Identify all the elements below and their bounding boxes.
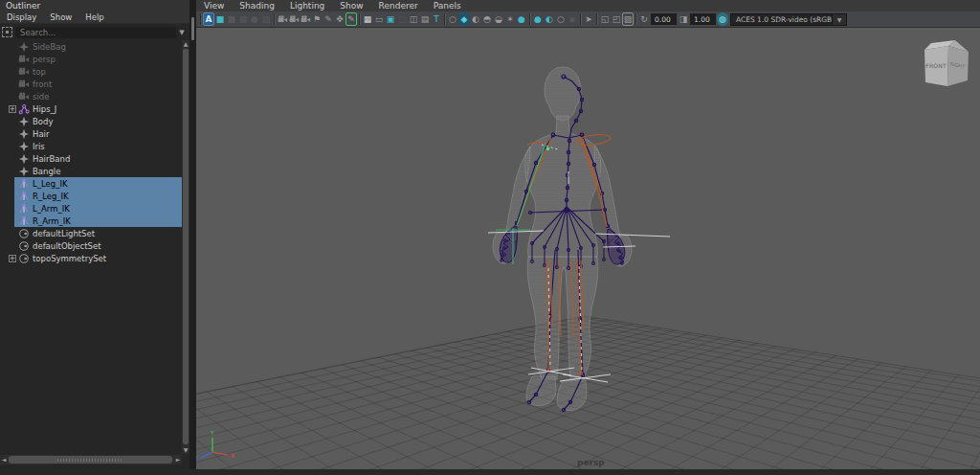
outliner-item-Hips_J[interactable]: +Hips_J	[0, 102, 182, 115]
item-label: Hips_J	[33, 104, 56, 114]
expand-icon[interactable]: +	[9, 105, 16, 113]
viewport-menu-shading[interactable]: Shading	[232, 1, 282, 11]
shadows-icon[interactable]: ●	[516, 12, 527, 26]
outliner-item-Hair[interactable]: Hair	[0, 127, 182, 140]
item-label: Body	[33, 117, 53, 126]
item-label: HairBand	[33, 154, 70, 164]
exposure-reset-icon[interactable]: ↻	[638, 12, 650, 26]
xray-joints-icon[interactable]: ◰	[611, 12, 622, 26]
outliner-horizontal-scrollbar[interactable]: ◄ ►	[0, 455, 182, 464]
outliner-menu-help[interactable]: Help	[78, 12, 110, 22]
soft-select-icon[interactable]: ●	[249, 12, 260, 26]
bookmark-camera-icon[interactable]	[300, 12, 311, 26]
outliner-item-SideBag[interactable]: SideBag	[0, 40, 182, 53]
outliner-item-front[interactable]: front	[0, 78, 182, 90]
grease-pencil-icon[interactable]: ✎	[345, 12, 357, 26]
motion-blur-icon[interactable]: ◐	[544, 12, 555, 26]
outliner-item-Iris[interactable]: Iris	[0, 140, 182, 152]
view-cube[interactable]: FRONT RIGHT	[924, 40, 969, 86]
toolbar-separator	[444, 13, 446, 25]
scroll-down-icon[interactable]: ▼	[182, 446, 189, 454]
expand-icon[interactable]: +	[9, 255, 16, 262]
outliner-menu-show[interactable]: Show	[43, 12, 78, 22]
toolbar-separator	[274, 13, 276, 25]
hud-icon[interactable]: T	[431, 12, 442, 26]
outliner-item-HairBand[interactable]: HairBand	[0, 152, 182, 165]
pan-zoom-icon[interactable]: ✥	[334, 12, 345, 26]
color-management-icon[interactable]: ◍	[717, 12, 728, 26]
shaded-icon[interactable]: ◆	[458, 12, 470, 26]
search-input[interactable]: Search...	[15, 27, 176, 38]
outliner-item-Bangle[interactable]: Bangle	[0, 165, 182, 177]
outliner-title: Outliner	[0, 1, 40, 11]
item-label: persp	[33, 55, 56, 64]
vertical-scroll-thumb[interactable]	[183, 49, 189, 444]
safe-action-icon[interactable]: ▤	[419, 12, 431, 26]
outliner-item-top[interactable]: top	[0, 65, 182, 78]
outliner-item-defaultObjectSet[interactable]: defaultObjectSet	[0, 239, 182, 252]
exposure-toggle-icon[interactable]: ▨	[622, 12, 634, 26]
grid-icon[interactable]: ▦	[362, 12, 373, 26]
lock-camera-icon[interactable]	[277, 12, 288, 26]
default-light-icon[interactable]: ✶	[504, 12, 516, 26]
item-label: topoSymmetrySet	[33, 254, 106, 263]
anti-alias-icon[interactable]: ○	[555, 12, 567, 26]
viewport-menu-view[interactable]: View	[196, 1, 232, 11]
outliner-item-side[interactable]: side	[0, 90, 182, 102]
dropdown-arrow-icon[interactable]: ▼	[832, 14, 846, 25]
exposure-field[interactable]: 0.00	[651, 13, 677, 25]
outliner-item-topoSymmetrySet[interactable]: +topoSymmetrySet	[0, 252, 182, 264]
horizontal-scroll-thumb[interactable]	[9, 456, 172, 464]
select-similar-icon[interactable]: ▦	[237, 12, 249, 26]
outliner-item-L_Leg_IK[interactable]: L_Leg_IK	[0, 177, 182, 190]
outliner-menu-display[interactable]: Display	[0, 12, 43, 22]
outliner-item-Body[interactable]: Body	[0, 115, 182, 127]
image-plane-icon[interactable]: ✎	[323, 12, 334, 26]
wire-on-shaded-icon[interactable]: ◒	[493, 12, 504, 26]
search-dropdown-icon[interactable]: ▼	[176, 29, 188, 36]
outliner-vertical-scrollbar[interactable]: ▲ ▼	[182, 40, 189, 454]
textured-icon[interactable]: ◐	[470, 12, 481, 26]
gamma-field[interactable]: 1.00	[690, 13, 716, 25]
scroll-left-icon[interactable]: ◄	[0, 455, 8, 464]
viewport-canvas[interactable]: FRONT RIGHT Y X Z persp	[196, 28, 980, 469]
dof-icon[interactable]: ▪	[567, 12, 578, 26]
wireframe-icon[interactable]: ○	[447, 12, 458, 26]
select-by-object-icon[interactable]: A	[203, 12, 214, 26]
outliner-item-R_Arm_IK[interactable]: R_Arm_IK	[0, 215, 182, 227]
viewport-menu-lighting[interactable]: Lighting	[282, 1, 332, 11]
colorspace-dropdown[interactable]: ACES 1.0 SDR-video (sRGB)▼	[730, 13, 847, 26]
bookmark-icon[interactable]: ⚑	[311, 12, 323, 26]
viewport-menu-panels[interactable]: Panels	[426, 1, 469, 11]
toolbar-separator	[580, 13, 582, 25]
svg-text:Y: Y	[210, 429, 214, 436]
lasso-select-icon[interactable]: ■	[214, 12, 226, 26]
camera-attributes-icon[interactable]	[288, 12, 300, 26]
paint-select-icon[interactable]: ■	[226, 12, 237, 26]
isolate-select-icon[interactable]: ➤	[583, 12, 594, 26]
gamma-icon[interactable]: ◨	[678, 12, 689, 26]
film-gate-icon[interactable]: ▭	[373, 12, 385, 26]
filter-icon[interactable]	[2, 27, 12, 37]
viewport-menu-show[interactable]: Show	[332, 1, 370, 11]
outliner-item-persp[interactable]: persp	[0, 53, 182, 65]
outliner-item-defaultLightSet[interactable]: defaultLightSet	[0, 227, 182, 239]
outliner-item-L_Arm_IK[interactable]: L_Arm_IK	[0, 202, 182, 215]
field-chart-icon[interactable]: ◫	[408, 12, 419, 26]
viewport-menu-renderer[interactable]: Renderer	[371, 1, 426, 11]
material-icon[interactable]: ◓	[481, 12, 493, 26]
scroll-up-icon[interactable]: ▲	[182, 40, 189, 48]
xray-icon[interactable]: ◱	[599, 12, 611, 26]
scroll-right-icon[interactable]: ►	[174, 455, 182, 464]
ao-icon[interactable]: ●	[532, 12, 544, 26]
symmetry-icon[interactable]: ▨	[260, 12, 272, 26]
mesh-icon	[18, 116, 30, 127]
item-label: L_Leg_IK	[33, 179, 68, 189]
panel-separator-handle[interactable]	[191, 17, 194, 40]
gate-mask-icon[interactable]: ▢	[396, 12, 408, 26]
resolution-gate-icon[interactable]: ▣	[385, 12, 396, 26]
item-label: SideBag	[33, 42, 66, 52]
item-label: Iris	[33, 142, 45, 151]
mesh-icon	[18, 128, 30, 140]
outliner-item-R_Leg_IK[interactable]: R_Leg_IK	[0, 190, 182, 202]
